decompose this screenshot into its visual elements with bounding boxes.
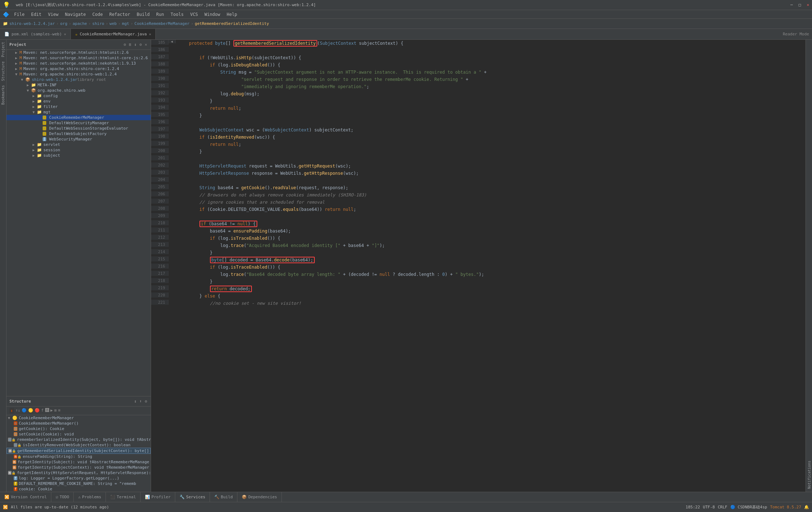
- breadcrumb-method[interactable]: getRememberedSerializedIdentity: [195, 21, 269, 26]
- menu-item-code[interactable]: Code: [90, 11, 106, 18]
- sort-alpha-icon[interactable]: ↕: [133, 398, 137, 404]
- menu-item-view[interactable]: View: [45, 11, 61, 18]
- bottom-tab-problems[interactable]: ⚠ Problems: [74, 492, 106, 502]
- menu-item-edit[interactable]: Edit: [28, 11, 44, 18]
- reader-mode-button[interactable]: Reader Mode: [780, 29, 812, 39]
- close-panel-icon[interactable]: ✕: [144, 42, 148, 48]
- menu-item-run[interactable]: Run: [153, 11, 167, 18]
- window-controls[interactable]: 💡: [3, 1, 10, 8]
- bottom-tab-dependencies[interactable]: 📦 Dependencies: [237, 492, 282, 502]
- sidebar-structure-tab[interactable]: Structure: [0, 59, 6, 83]
- tomcat-indicator[interactable]: Tomcat 8.5.27: [770, 505, 801, 509]
- struct-forgetidentity1[interactable]: m forgetIdentity(Subject): void †Abstrac…: [7, 459, 151, 465]
- bottom-tab-todo[interactable]: ☑ TODO: [51, 492, 74, 502]
- filter-icon-10[interactable]: ≡: [58, 408, 61, 413]
- tree-item-shiro-web-jar[interactable]: ▼ 📦 shiro-web-1.2.4.jar library root: [7, 77, 151, 82]
- encoding-indicator[interactable]: UTF-8: [703, 505, 715, 509]
- tree-item-htmlunit-corejs[interactable]: ▶ M Maven: net.sourceforge.htmlunit:html…: [7, 55, 151, 61]
- sort-icon[interactable]: ↕: [133, 42, 137, 48]
- struct-settings-icon[interactable]: ⚙: [144, 398, 148, 404]
- menu-item-navigate[interactable]: Navigate: [62, 11, 89, 18]
- struct-isidentity[interactable]: m 🔒 isIdentityRemoved(WebSubjectContext)…: [7, 442, 151, 448]
- breadcrumb-project[interactable]: shiro-web-1.2.4.jar: [9, 21, 55, 26]
- bottom-tab-vcs[interactable]: 🔀 Version Control: [0, 492, 51, 502]
- tree-item-cookie-manager[interactable]: C CookieRememberMeManager: [7, 115, 151, 120]
- menu-item-vcs[interactable]: VCS: [187, 11, 201, 18]
- tree-item-nekohtml[interactable]: ▶ M Maven: net.sourceforge.nekohtml:neko…: [7, 61, 151, 66]
- tree-item-subject-folder[interactable]: ▶ 📁 subject: [7, 153, 151, 158]
- struct-constructor[interactable]: m CookieRememberMeManager(): [7, 421, 151, 426]
- tree-item-meta-inf[interactable]: ▶ 📁 META-INF: [7, 82, 151, 88]
- breadcrumb-mgt[interactable]: mgt: [122, 21, 129, 26]
- struct-setcookie[interactable]: m setCookie(Cookie): void: [7, 431, 151, 437]
- bottom-tab-services[interactable]: 🔧 Services: [175, 492, 210, 502]
- menu-item-tools[interactable]: Tools: [168, 11, 186, 18]
- tree-item-servlet[interactable]: ▶ 📁 servlet: [7, 142, 151, 147]
- tab-cookiemanager[interactable]: ☕ CookieRememberMeManager.java ✕: [71, 29, 156, 39]
- struct-log-field[interactable]: f log: Logger = LoggerFactory.getLogger(…: [7, 476, 151, 481]
- struct-getremembered[interactable]: m 🔒 getRememberedSerializedIdentity(Subj…: [7, 448, 151, 454]
- breadcrumb-shiro[interactable]: shiro: [92, 21, 104, 26]
- tree-item-htmlunit[interactable]: ▶ M Maven: net.sourceforge.htmlunit:html…: [7, 50, 151, 55]
- filter-icon-2[interactable]: ↑↓: [16, 408, 20, 413]
- position-indicator[interactable]: 185:22: [686, 505, 700, 509]
- struct-class-item[interactable]: ▼ 🟡 CookieRememberMeManager: [7, 415, 151, 421]
- struct-remember[interactable]: m 🔒 rememberSerializedIdentity(Subject, …: [7, 437, 151, 442]
- tree-item-env[interactable]: ▶ 📁 env: [7, 99, 151, 104]
- breadcrumb-org[interactable]: org: [60, 21, 67, 26]
- close-button[interactable]: ✕: [807, 3, 809, 7]
- menu-item-file[interactable]: File: [11, 11, 27, 18]
- tree-item-shiro-web[interactable]: ▼ M Maven: org.apache.shiro:shiro-web:1.…: [7, 71, 151, 77]
- structure-toolbar[interactable]: ↕ ⬆ ⚙: [133, 398, 148, 404]
- sort-type-icon[interactable]: ⬆: [139, 398, 143, 404]
- struct-cookie-field[interactable]: f cookie: Cookie: [7, 486, 151, 492]
- filter-icon-9[interactable]: ⊞: [54, 408, 57, 413]
- structure-tree[interactable]: ↕ ↑↓ 🔵 🟡 🔴 f 🅰 ▶ ⊞ ≡ ▼ 🟡 CookieRememberM…: [7, 407, 151, 492]
- tree-item-shiro-core[interactable]: ▶ M Maven: org.apache.shiro:shiro-core:1…: [7, 66, 151, 71]
- project-panel-toolbar[interactable]: ⚙ ≡ ↕ ⚙ ✕: [123, 42, 148, 48]
- tab-pom[interactable]: 📄 pom.xml (samples-web) ✕: [0, 29, 71, 39]
- menu-item-refactor[interactable]: Refactor: [106, 11, 133, 18]
- filter-icon-6[interactable]: f: [41, 408, 44, 413]
- struct-forgetidentity2[interactable]: m forgetIdentity(SubjectContext): void †…: [7, 465, 151, 470]
- tree-item-default-security[interactable]: C DefaultWebSecurityManager: [7, 120, 151, 126]
- filter-icon-4[interactable]: 🟡: [28, 408, 33, 413]
- tree-item-mgt[interactable]: ▼ 📁 mgt: [7, 109, 151, 115]
- tree-item-org-shiro-web[interactable]: ▼ 📦 org.apache.shiro.web: [7, 88, 151, 93]
- bottom-tab-build[interactable]: 🔨 Build: [210, 492, 237, 502]
- filter-icon-3[interactable]: 🔵: [22, 408, 27, 413]
- struct-ensurepadding[interactable]: m 🔒 ensurePadding(String): String: [7, 454, 151, 459]
- maximize-button[interactable]: □: [799, 3, 801, 7]
- settings-icon[interactable]: ⚙: [123, 42, 127, 48]
- breadcrumb-web[interactable]: web: [109, 21, 117, 26]
- tree-item-default-session[interactable]: C DefaultWebSessionStorageEvaluator: [7, 126, 151, 131]
- tree-item-default-subject[interactable]: C DefaultWebSubjectFactory: [7, 131, 151, 136]
- breadcrumb-class[interactable]: CookieRememberMeManager: [134, 21, 189, 26]
- tree-item-session-folder[interactable]: ▶ 📁 session: [7, 147, 151, 153]
- breadcrumb-apache[interactable]: apache: [73, 21, 87, 26]
- bottom-tab-terminal[interactable]: ⬛ Terminal: [106, 492, 141, 502]
- struct-default-cookie[interactable]: f DEFAULT_REMEMBER_ME_COOKIE_NAME: Strin…: [7, 481, 151, 486]
- tree-item-config[interactable]: ▶ 📁 config: [7, 93, 151, 99]
- filter-icon-7[interactable]: 🅰: [45, 408, 49, 413]
- project-tree[interactable]: ▶ M Maven: net.sourceforge.htmlunit:html…: [7, 50, 151, 396]
- bottom-tab-profiler[interactable]: 📊 Profiler: [141, 492, 175, 502]
- right-tab-notifications[interactable]: Notifications: [807, 40, 812, 492]
- sidebar-bookmarks-tab[interactable]: Bookmarks: [0, 83, 6, 107]
- menu-item-help[interactable]: Help: [224, 11, 240, 18]
- line-sep-indicator[interactable]: CRLF: [718, 505, 727, 509]
- tree-item-filter[interactable]: ▶ 📁 filter: [7, 104, 151, 109]
- minimize-button[interactable]: ─: [790, 3, 793, 7]
- menu-item-window[interactable]: Window: [202, 11, 223, 18]
- sidebar-project-tab[interactable]: Project: [0, 40, 6, 59]
- tree-item-web-security[interactable]: I WebSecurityManager: [7, 136, 151, 142]
- filter-icon-8[interactable]: ▶: [51, 408, 53, 413]
- gear-icon[interactable]: ⚙: [139, 42, 143, 48]
- collapse-icon[interactable]: ≡: [128, 42, 132, 48]
- struct-forgetidentity3[interactable]: m 🔒 forgetIdentity(HttpServletRequest, H…: [7, 470, 151, 476]
- menu-item-build[interactable]: Build: [134, 11, 152, 18]
- filter-icon-1[interactable]: ↕: [9, 408, 14, 413]
- filter-icon-5[interactable]: 🔴: [35, 408, 40, 413]
- tab-pom-close[interactable]: ✕: [64, 32, 66, 36]
- struct-getcookie[interactable]: m getCookie(): Cookie: [7, 426, 151, 431]
